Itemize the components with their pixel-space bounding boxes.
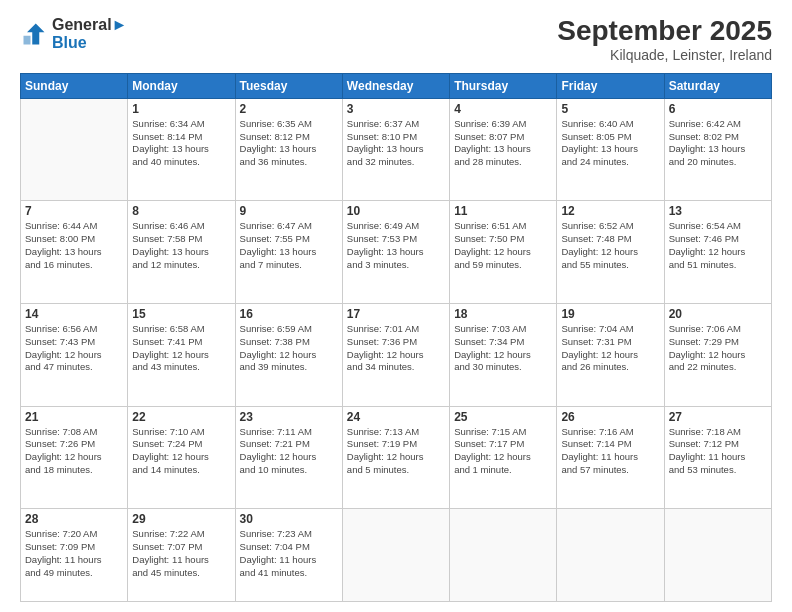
day-number: 17 (347, 307, 445, 321)
table-row (557, 509, 664, 602)
page: General► Blue September 2025 Kilquade, L… (0, 0, 792, 612)
day-number: 9 (240, 204, 338, 218)
day-info: Sunrise: 7:15 AM Sunset: 7:17 PM Dayligh… (454, 426, 552, 477)
day-number: 28 (25, 512, 123, 526)
table-row: 17Sunrise: 7:01 AM Sunset: 7:36 PM Dayli… (342, 303, 449, 406)
col-tuesday: Tuesday (235, 73, 342, 98)
table-row: 16Sunrise: 6:59 AM Sunset: 7:38 PM Dayli… (235, 303, 342, 406)
col-thursday: Thursday (450, 73, 557, 98)
day-number: 29 (132, 512, 230, 526)
day-info: Sunrise: 7:08 AM Sunset: 7:26 PM Dayligh… (25, 426, 123, 477)
day-info: Sunrise: 7:22 AM Sunset: 7:07 PM Dayligh… (132, 528, 230, 579)
day-info: Sunrise: 7:23 AM Sunset: 7:04 PM Dayligh… (240, 528, 338, 579)
calendar-title: September 2025 (557, 16, 772, 47)
table-row (664, 509, 771, 602)
table-row: 27Sunrise: 7:18 AM Sunset: 7:12 PM Dayli… (664, 406, 771, 509)
table-row: 11Sunrise: 6:51 AM Sunset: 7:50 PM Dayli… (450, 201, 557, 304)
day-number: 26 (561, 410, 659, 424)
day-info: Sunrise: 7:06 AM Sunset: 7:29 PM Dayligh… (669, 323, 767, 374)
day-number: 7 (25, 204, 123, 218)
col-sunday: Sunday (21, 73, 128, 98)
svg-rect-2 (24, 36, 31, 45)
day-info: Sunrise: 6:35 AM Sunset: 8:12 PM Dayligh… (240, 118, 338, 169)
table-row: 25Sunrise: 7:15 AM Sunset: 7:17 PM Dayli… (450, 406, 557, 509)
day-info: Sunrise: 6:37 AM Sunset: 8:10 PM Dayligh… (347, 118, 445, 169)
table-row: 13Sunrise: 6:54 AM Sunset: 7:46 PM Dayli… (664, 201, 771, 304)
day-info: Sunrise: 7:04 AM Sunset: 7:31 PM Dayligh… (561, 323, 659, 374)
day-info: Sunrise: 6:56 AM Sunset: 7:43 PM Dayligh… (25, 323, 123, 374)
day-info: Sunrise: 6:47 AM Sunset: 7:55 PM Dayligh… (240, 220, 338, 271)
day-info: Sunrise: 6:58 AM Sunset: 7:41 PM Dayligh… (132, 323, 230, 374)
day-info: Sunrise: 7:10 AM Sunset: 7:24 PM Dayligh… (132, 426, 230, 477)
day-number: 18 (454, 307, 552, 321)
day-number: 1 (132, 102, 230, 116)
day-number: 21 (25, 410, 123, 424)
table-row: 30Sunrise: 7:23 AM Sunset: 7:04 PM Dayli… (235, 509, 342, 602)
table-row: 9Sunrise: 6:47 AM Sunset: 7:55 PM Daylig… (235, 201, 342, 304)
table-row: 3Sunrise: 6:37 AM Sunset: 8:10 PM Daylig… (342, 98, 449, 201)
day-info: Sunrise: 6:49 AM Sunset: 7:53 PM Dayligh… (347, 220, 445, 271)
day-number: 5 (561, 102, 659, 116)
day-info: Sunrise: 7:11 AM Sunset: 7:21 PM Dayligh… (240, 426, 338, 477)
day-number: 3 (347, 102, 445, 116)
table-row: 29Sunrise: 7:22 AM Sunset: 7:07 PM Dayli… (128, 509, 235, 602)
table-row: 4Sunrise: 6:39 AM Sunset: 8:07 PM Daylig… (450, 98, 557, 201)
calendar-subtitle: Kilquade, Leinster, Ireland (557, 47, 772, 63)
day-info: Sunrise: 7:01 AM Sunset: 7:36 PM Dayligh… (347, 323, 445, 374)
day-number: 25 (454, 410, 552, 424)
day-info: Sunrise: 6:52 AM Sunset: 7:48 PM Dayligh… (561, 220, 659, 271)
day-info: Sunrise: 6:59 AM Sunset: 7:38 PM Dayligh… (240, 323, 338, 374)
day-number: 27 (669, 410, 767, 424)
day-number: 30 (240, 512, 338, 526)
logo-icon (20, 20, 48, 48)
day-number: 4 (454, 102, 552, 116)
table-row (450, 509, 557, 602)
day-info: Sunrise: 6:44 AM Sunset: 8:00 PM Dayligh… (25, 220, 123, 271)
calendar-table: Sunday Monday Tuesday Wednesday Thursday… (20, 73, 772, 602)
day-info: Sunrise: 6:39 AM Sunset: 8:07 PM Dayligh… (454, 118, 552, 169)
day-number: 15 (132, 307, 230, 321)
day-number: 14 (25, 307, 123, 321)
table-row: 20Sunrise: 7:06 AM Sunset: 7:29 PM Dayli… (664, 303, 771, 406)
day-info: Sunrise: 7:03 AM Sunset: 7:34 PM Dayligh… (454, 323, 552, 374)
day-info: Sunrise: 6:40 AM Sunset: 8:05 PM Dayligh… (561, 118, 659, 169)
col-wednesday: Wednesday (342, 73, 449, 98)
table-row: 5Sunrise: 6:40 AM Sunset: 8:05 PM Daylig… (557, 98, 664, 201)
day-info: Sunrise: 6:46 AM Sunset: 7:58 PM Dayligh… (132, 220, 230, 271)
day-number: 24 (347, 410, 445, 424)
table-row (342, 509, 449, 602)
table-row: 28Sunrise: 7:20 AM Sunset: 7:09 PM Dayli… (21, 509, 128, 602)
day-number: 2 (240, 102, 338, 116)
day-info: Sunrise: 7:20 AM Sunset: 7:09 PM Dayligh… (25, 528, 123, 579)
day-number: 22 (132, 410, 230, 424)
day-info: Sunrise: 7:18 AM Sunset: 7:12 PM Dayligh… (669, 426, 767, 477)
table-row: 21Sunrise: 7:08 AM Sunset: 7:26 PM Dayli… (21, 406, 128, 509)
col-saturday: Saturday (664, 73, 771, 98)
col-friday: Friday (557, 73, 664, 98)
logo-text: General► Blue (52, 16, 127, 52)
table-row (21, 98, 128, 201)
col-monday: Monday (128, 73, 235, 98)
day-number: 8 (132, 204, 230, 218)
table-row: 26Sunrise: 7:16 AM Sunset: 7:14 PM Dayli… (557, 406, 664, 509)
table-row: 14Sunrise: 6:56 AM Sunset: 7:43 PM Dayli… (21, 303, 128, 406)
logo: General► Blue (20, 16, 127, 52)
day-info: Sunrise: 6:51 AM Sunset: 7:50 PM Dayligh… (454, 220, 552, 271)
calendar-header-row: Sunday Monday Tuesday Wednesday Thursday… (21, 73, 772, 98)
day-number: 11 (454, 204, 552, 218)
day-number: 19 (561, 307, 659, 321)
day-number: 13 (669, 204, 767, 218)
table-row: 10Sunrise: 6:49 AM Sunset: 7:53 PM Dayli… (342, 201, 449, 304)
day-info: Sunrise: 6:54 AM Sunset: 7:46 PM Dayligh… (669, 220, 767, 271)
day-info: Sunrise: 7:16 AM Sunset: 7:14 PM Dayligh… (561, 426, 659, 477)
header: General► Blue September 2025 Kilquade, L… (20, 16, 772, 63)
table-row: 23Sunrise: 7:11 AM Sunset: 7:21 PM Dayli… (235, 406, 342, 509)
table-row: 8Sunrise: 6:46 AM Sunset: 7:58 PM Daylig… (128, 201, 235, 304)
day-info: Sunrise: 6:34 AM Sunset: 8:14 PM Dayligh… (132, 118, 230, 169)
table-row: 18Sunrise: 7:03 AM Sunset: 7:34 PM Dayli… (450, 303, 557, 406)
day-number: 10 (347, 204, 445, 218)
day-number: 6 (669, 102, 767, 116)
table-row: 1Sunrise: 6:34 AM Sunset: 8:14 PM Daylig… (128, 98, 235, 201)
table-row: 19Sunrise: 7:04 AM Sunset: 7:31 PM Dayli… (557, 303, 664, 406)
table-row: 12Sunrise: 6:52 AM Sunset: 7:48 PM Dayli… (557, 201, 664, 304)
